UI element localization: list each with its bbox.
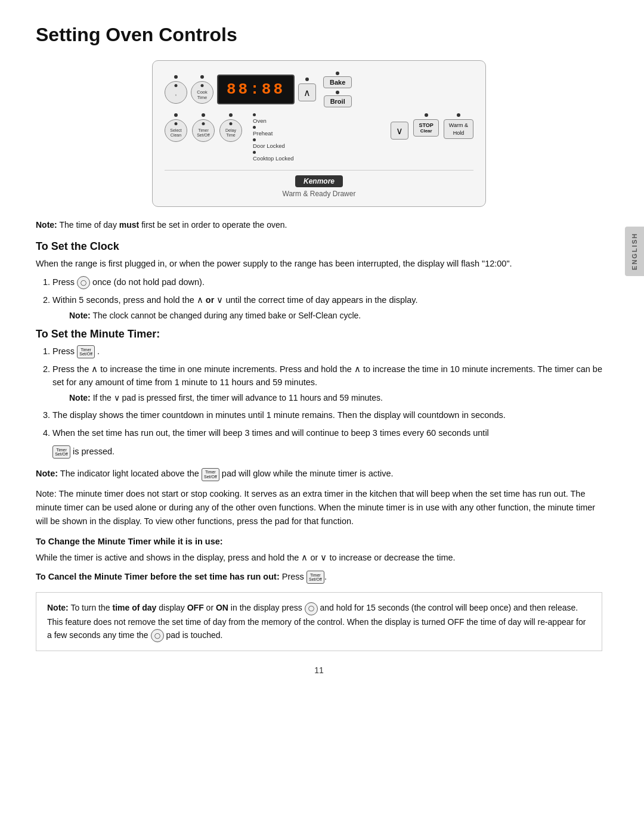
warm-hold-button: Warm & Hold — [444, 113, 473, 139]
bordered-note: Note: To turn the time of day display OF… — [36, 592, 602, 651]
broil-button: Broil — [323, 91, 352, 107]
side-tab-text: ENGLISH — [631, 233, 638, 270]
down-arrow-button: ∨ — [391, 113, 408, 140]
timer-icon-step1: TimerSet/Off — [77, 345, 95, 358]
clock-icon-inline: ◯ — [77, 276, 90, 289]
brand-row: Kenmore Warm & Ready Drawer — [165, 170, 473, 198]
delay-time-button: DelayTime — [219, 113, 242, 142]
set-timer-step-3: The display shows the timer countdown in… — [52, 409, 602, 422]
timer-note2: Note: The indicator light located above … — [36, 467, 602, 481]
cancel-timer-title: To Cancel the Minute Timer before the se… — [36, 571, 602, 584]
change-timer-body: While the timer is active and shows in t… — [36, 551, 602, 565]
set-clock-steps: Press ◯ once (do not hold pad down). Wit… — [52, 276, 602, 322]
oven-panel-image: ◦ CookTime 88:88 ∧ Bake — [36, 60, 602, 207]
side-tab: ENGLISH — [625, 227, 644, 276]
set-clock-note: Note: The clock cannot be changed during… — [69, 309, 602, 322]
note-intro: Note: The time of day must first be set … — [36, 220, 602, 230]
up-arrow-button: ∧ — [298, 78, 316, 101]
set-timer-step-2: Press the ∧ to increase the time in one … — [52, 363, 602, 404]
select-clean-button: SelectClean — [165, 113, 187, 142]
set-clock-intro: When the range is first plugged in, or w… — [36, 258, 602, 271]
set-timer-note1: Note: If the ∨ pad is pressed first, the… — [69, 392, 602, 404]
set-clock-step-2: Within 5 seconds, press and hold the ∧ o… — [52, 294, 602, 322]
change-timer-title: To Change the Minute Timer while it is i… — [36, 537, 602, 546]
page-title: Setting Oven Controls — [36, 24, 602, 46]
timer-icon-cancel: TimerSet/Off — [306, 571, 324, 584]
clock-icon-bordered: ◯ — [305, 602, 318, 615]
page-number: 11 — [36, 665, 602, 675]
set-timer-title: To Set the Minute Timer: — [36, 328, 602, 340]
set-timer-steps: Press TimerSet/Off . Press the ∧ to incr… — [52, 345, 602, 439]
clock-button: ◦ — [165, 75, 187, 104]
timer-icon-note2: TimerSet/Off — [202, 468, 219, 481]
timer-note3: Note: The minute timer does not start or… — [36, 487, 602, 529]
timer-is-pressed: TimerSet/Off is pressed. — [52, 445, 602, 459]
clock-icon-bordered2: ◯ — [151, 629, 164, 642]
set-timer-step-1: Press TimerSet/Off . — [52, 345, 602, 358]
set-clock-title: To Set the Clock — [36, 240, 602, 253]
set-timer-step-4: When the set time has run out, the timer… — [52, 427, 602, 440]
bake-button: Bake — [323, 72, 352, 88]
oven-display: 88:88 — [217, 75, 295, 104]
set-clock-step-1: Press ◯ once (do not hold pad down). — [52, 276, 602, 289]
timer-setoff-button: TimerSet/Off — [192, 113, 215, 142]
timer-icon-pressed: TimerSet/Off — [52, 445, 70, 459]
cook-time-button: CookTime — [191, 75, 213, 104]
status-indicators: Oven Preheat Door Locked Cooktop Locked — [247, 113, 386, 164]
stop-clear-button: STOP Clear — [413, 113, 438, 137]
